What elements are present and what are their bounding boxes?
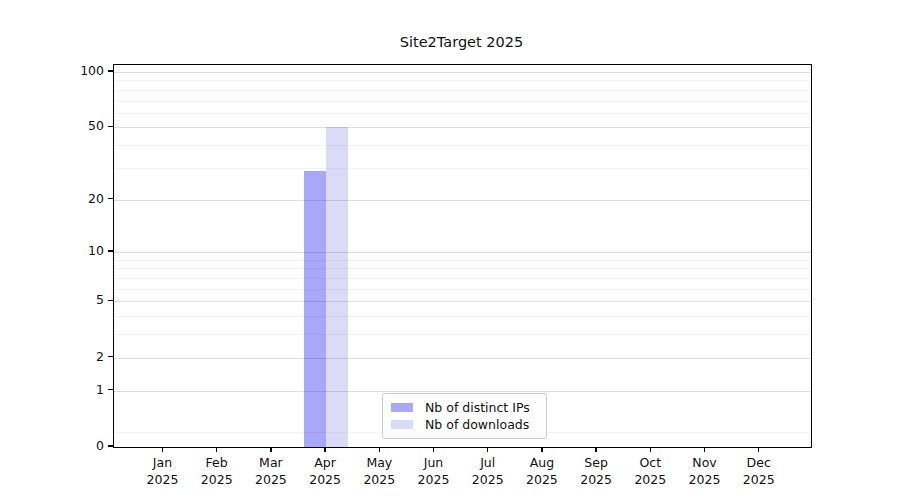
chart-title: Site2Target 2025	[113, 34, 810, 50]
y-tick-mark	[108, 445, 113, 446]
x-tick-label: Jul 2025	[458, 454, 518, 488]
legend-swatch-icon	[391, 420, 413, 429]
gridline-major	[114, 358, 811, 359]
gridline-major	[114, 391, 811, 392]
x-tick-label: Sep 2025	[566, 454, 626, 488]
legend-swatch-icon	[391, 403, 413, 412]
bar-nb-of-downloads-apr	[326, 127, 348, 447]
gridline-minor	[114, 316, 811, 317]
legend-row: Nb of downloads	[391, 416, 538, 433]
x-tick-mark	[379, 447, 380, 452]
gridline-minor	[114, 90, 811, 91]
x-tick-mark	[162, 447, 163, 452]
legend-label: Nb of downloads	[425, 417, 529, 432]
y-tick-label: 0	[4, 438, 104, 454]
y-tick-mark	[108, 70, 113, 71]
gridline-major	[114, 301, 811, 302]
x-tick-mark	[487, 447, 488, 452]
gridline-minor	[114, 268, 811, 269]
gridline-minor	[114, 80, 811, 81]
x-tick-label: May 2025	[349, 454, 409, 488]
x-tick-label: Jun 2025	[404, 454, 464, 488]
bar-nb-of-distinct-ips-apr	[304, 171, 326, 447]
y-tick-mark	[108, 126, 113, 127]
gridline-minor	[114, 260, 811, 261]
x-tick-mark	[433, 447, 434, 452]
y-tick-label: 2	[4, 349, 104, 365]
x-tick-mark	[704, 447, 705, 452]
y-tick-mark	[108, 389, 113, 390]
gridline-minor	[114, 113, 811, 114]
legend-row: Nb of distinct IPs	[391, 399, 538, 416]
x-tick-label: Apr 2025	[295, 454, 355, 488]
y-tick-label: 5	[4, 292, 104, 308]
y-tick-mark	[108, 198, 113, 199]
y-tick-mark	[108, 250, 113, 251]
gridline-minor	[114, 289, 811, 290]
x-tick-label: Dec 2025	[729, 454, 789, 488]
legend: Nb of distinct IPsNb of downloads	[382, 393, 547, 439]
x-tick-mark	[324, 447, 325, 452]
x-tick-mark	[270, 447, 271, 452]
legend-label: Nb of distinct IPs	[425, 400, 530, 415]
gridline-major	[114, 200, 811, 201]
y-tick-mark	[108, 356, 113, 357]
x-tick-label: Aug 2025	[512, 454, 572, 488]
x-tick-label: Jan 2025	[133, 454, 193, 488]
x-tick-label: Oct 2025	[620, 454, 680, 488]
y-tick-label: 1	[4, 382, 104, 398]
gridline-major	[114, 72, 811, 73]
x-tick-mark	[216, 447, 217, 452]
y-tick-label: 20	[4, 191, 104, 207]
x-tick-mark	[650, 447, 651, 452]
gridline-major	[114, 127, 811, 128]
y-tick-label: 50	[4, 118, 104, 134]
gridline-minor	[114, 334, 811, 335]
y-tick-label: 10	[4, 243, 104, 259]
x-tick-mark	[595, 447, 596, 452]
gridline-minor	[114, 168, 811, 169]
x-tick-label: Feb 2025	[187, 454, 247, 488]
y-tick-mark	[108, 300, 113, 301]
plot-area: Nb of distinct IPsNb of downloads	[113, 64, 812, 448]
x-tick-label: Mar 2025	[241, 454, 301, 488]
gridline-minor	[114, 278, 811, 279]
chart-canvas: Site2Target 2025 Nb of distinct IPsNb of…	[0, 0, 900, 500]
gridline-minor	[114, 101, 811, 102]
y-tick-label: 100	[4, 63, 104, 79]
x-tick-mark	[758, 447, 759, 452]
x-tick-mark	[541, 447, 542, 452]
gridline-major	[114, 252, 811, 253]
gridline-minor	[114, 145, 811, 146]
x-tick-label: Nov 2025	[675, 454, 735, 488]
